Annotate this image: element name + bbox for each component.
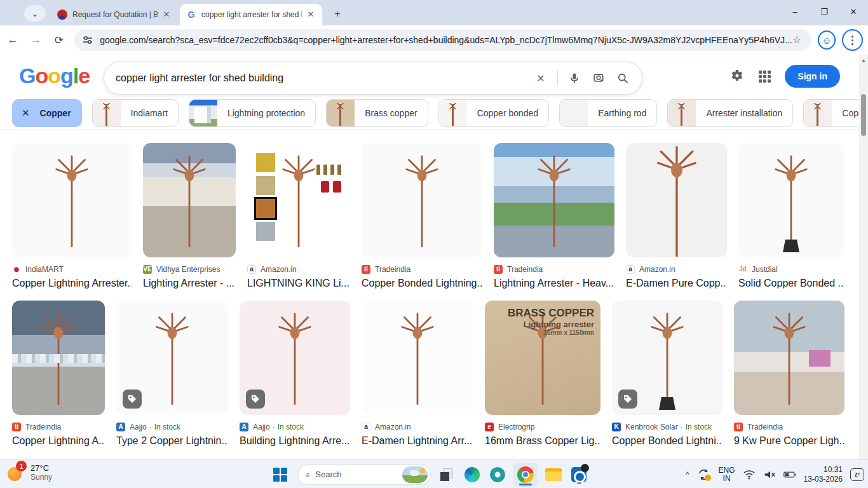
lens-search-icon[interactable] [591, 71, 606, 86]
voice-search-icon[interactable] [567, 71, 582, 86]
volume-muted-icon[interactable] [763, 469, 776, 480]
window-close-button[interactable]: ✕ [839, 0, 868, 23]
window-restore-button[interactable]: ❐ [810, 0, 839, 23]
onedrive-sync-icon[interactable] [697, 468, 711, 482]
site-info-icon[interactable] [82, 34, 93, 46]
result-source-line[interactable]: ◉IndiaMART [12, 264, 132, 274]
filter-chip-brass-copper[interactable]: Brass copper [326, 99, 428, 127]
image-result-tile[interactable]: tiTradeindia9 Kw Pure Copper Ligh... [734, 301, 844, 447]
result-source-line[interactable]: AAajjo·In stock [116, 421, 228, 432]
result-thumbnail-image[interactable] [738, 143, 844, 257]
result-title[interactable]: Copper Bonded Lightning... [362, 278, 482, 289]
taskbar-search-input[interactable]: ⌕ Search [297, 464, 431, 485]
do-not-disturb-icon[interactable]: zᶻ [850, 468, 864, 481]
result-thumbnail-image[interactable] [612, 301, 722, 415]
filter-chip-indiamart[interactable]: Indiamart [92, 99, 179, 127]
forward-button[interactable]: → [25, 29, 46, 51]
scrollbar-up-icon[interactable]: ▲ [859, 56, 868, 65]
filter-chip-copper-bonded[interactable]: Copper bonded [438, 99, 550, 127]
image-result-tile[interactable]: tiTradeindiaCopper Bonded Lightning... [362, 143, 482, 289]
battery-icon[interactable] [783, 469, 796, 480]
result-title[interactable]: Lighting Arrester - ... [143, 278, 236, 289]
start-button[interactable] [269, 464, 291, 485]
result-source-line[interactable]: tiTradeindia [362, 264, 482, 274]
image-result-tile[interactable]: aAmazon.inE-Damen Lightning Arr... [362, 301, 473, 447]
search-submit-icon[interactable] [615, 71, 630, 86]
tab-search-chevron-icon[interactable]: ⌄ [24, 5, 46, 22]
result-thumbnail-image[interactable] [116, 301, 228, 415]
result-source-line[interactable]: tiTradeindia [734, 421, 844, 432]
outlook-button[interactable] [569, 465, 588, 484]
search-highlight-image[interactable] [402, 466, 428, 483]
new-tab-button[interactable]: + [329, 6, 346, 22]
settings-gear-icon[interactable] [729, 68, 745, 85]
result-thumbnail-image[interactable] [362, 301, 473, 415]
filter-chip-lightning-protection[interactable]: Lightning protection [189, 99, 316, 127]
result-thumbnail-image[interactable] [494, 143, 614, 257]
edge-browser-button[interactable] [463, 465, 482, 484]
result-title[interactable]: LIGHTNING KING Li... [247, 278, 350, 289]
result-title[interactable]: E-Damen Lightning Arr... [362, 435, 473, 447]
tray-overflow-chevron-icon[interactable]: ^ [686, 470, 689, 479]
result-title[interactable]: Solid Copper Bonded ... [738, 278, 844, 289]
image-result-tile[interactable]: tiTradeindiaLightning Arrester - Heav... [494, 143, 614, 289]
sign-in-button[interactable]: Sign in [785, 65, 840, 88]
result-title[interactable]: Type 2 Copper Lightnin... [116, 435, 228, 447]
remove-filter-icon[interactable]: ✕ [22, 107, 30, 119]
search-query-text[interactable]: copper light arrester for shed building [116, 72, 524, 84]
image-result-tile[interactable]: AAajjo·In stockType 2 Copper Lightnin... [116, 301, 228, 447]
back-button[interactable]: ← [3, 29, 23, 51]
google-logo[interactable]: Google [19, 64, 90, 88]
tab-request-for-quotation[interactable]: Request for Quotation | Buy Re ✕ [51, 4, 178, 25]
result-thumbnail-image[interactable] [734, 301, 844, 415]
scrollbar-thumb[interactable] [861, 94, 866, 136]
google-apps-grid-icon[interactable] [759, 71, 771, 83]
image-result-tile[interactable]: VEVidhya EnterprisesLighting Arrester - … [143, 143, 236, 289]
result-thumbnail-image[interactable]: BRASS COPPERLightning arrester16mm x 115… [485, 301, 600, 415]
browser-menu-button[interactable] [842, 29, 863, 51]
result-thumbnail-image[interactable] [362, 143, 482, 257]
result-source-line[interactable]: KKenbrook Solar·In stock [612, 421, 722, 432]
reload-button[interactable]: ⟳ [49, 29, 69, 51]
image-result-tile[interactable]: KKenbrook Solar·In stockCopper Bonded Li… [612, 301, 722, 447]
result-source-line[interactable]: AAajjo·In stock [240, 421, 350, 432]
clock-widget[interactable]: 10:31 13-03-2026 [804, 465, 843, 484]
tab-google-search[interactable]: G copper light arrester for shed b ✕ [180, 4, 322, 25]
result-thumbnail-image[interactable] [12, 143, 132, 257]
result-thumbnail-image[interactable] [247, 143, 350, 257]
result-title[interactable]: 16mm Brass Copper Lig... [485, 435, 600, 447]
result-thumbnail-image[interactable] [626, 143, 727, 257]
image-result-tile[interactable]: BRASS COPPERLightning arrester16mm x 115… [485, 301, 600, 447]
result-source-line[interactable]: aAmazon.in [626, 264, 727, 274]
filter-chip-copper[interactable]: Copper [803, 99, 868, 127]
result-source-line[interactable]: tiTradeindia [12, 421, 105, 432]
result-thumbnail-image[interactable] [240, 301, 350, 415]
image-result-tile[interactable]: AAajjo·In stockBuilding Lightning Arre..… [240, 301, 350, 447]
image-result-tile[interactable]: tiTradeindiaCopper Lightning A... [12, 301, 105, 447]
result-title[interactable]: Copper Bonded Lightni... [612, 435, 722, 447]
language-indicator[interactable]: ENGIN [719, 466, 735, 483]
result-thumbnail-image[interactable] [143, 143, 236, 257]
task-view-button[interactable] [437, 465, 456, 484]
result-source-line[interactable]: aAmazon.in [247, 264, 350, 274]
result-source-line[interactable]: eElectrogrip [485, 421, 600, 432]
window-minimize-button[interactable]: – [780, 0, 810, 23]
image-result-tile[interactable]: aAmazon.inE-Damen Pure Copp... [626, 143, 727, 289]
weather-widget[interactable]: 1 27°C Sunny [6, 463, 52, 482]
url-text[interactable]: google.com/search?sca_esv=fdce72ec2cff0c… [100, 35, 792, 45]
image-result-tile[interactable]: aAmazon.inLIGHTNING KING Li... [247, 143, 350, 289]
result-title[interactable]: Copper Lightning Arrester... [12, 278, 132, 289]
profile-avatar-icon[interactable]: ☺ [818, 30, 836, 50]
result-title[interactable]: 9 Kw Pure Copper Ligh... [734, 435, 844, 447]
result-source-line[interactable]: JdJustdial [738, 264, 844, 274]
result-title[interactable]: Building Lightning Arre... [240, 435, 350, 447]
image-result-tile[interactable]: ◉IndiaMARTCopper Lightning Arrester... [12, 143, 132, 289]
search-input[interactable]: copper light arrester for shed building … [104, 62, 642, 95]
result-source-line[interactable]: aAmazon.in [362, 421, 473, 432]
tab-close-icon[interactable]: ✕ [161, 10, 172, 20]
tab-close-icon[interactable]: ✕ [306, 10, 316, 20]
quick-assist-button[interactable] [488, 465, 507, 484]
image-result-tile[interactable]: JdJustdialSolid Copper Bonded ... [738, 143, 844, 289]
filter-chip-copper[interactable]: ✕Copper [12, 99, 82, 127]
page-scrollbar[interactable]: ▲ [859, 55, 868, 459]
